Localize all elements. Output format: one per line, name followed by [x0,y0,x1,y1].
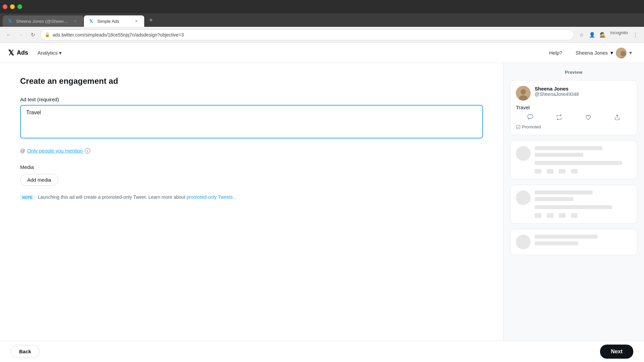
note-period: . [234,194,235,200]
skeleton-action-icon [547,169,553,174]
browser-toolbar: ← → ↻ 🔒 ads.twitter.com/simpleads/18ce55… [0,27,644,43]
tab-simple-ads[interactable]: 𝕏 Simple Ads ✕ [84,15,144,27]
media-label: Media [20,164,483,170]
lock-icon: 🔒 [45,32,50,37]
preview-card-header: Sheena Jones @SheenaJone49348 [516,86,632,101]
ad-text-group: Ad text (required) Travel [20,97,483,140]
skeleton-avatar-3 [516,235,531,249]
reload-button[interactable]: ↻ [28,30,38,40]
ad-text-label: Ad text (required) [20,97,483,102]
mention-info-icon[interactable]: i [85,148,90,154]
promoted-only-tweets-link[interactable]: promoted-only Tweets [187,194,233,200]
skeleton-action-icon [547,213,553,218]
skeleton-line [535,205,612,209]
help-link[interactable]: Help? [545,47,566,58]
menu-icon[interactable]: ⋮ [631,30,640,40]
skeleton-content-3 [535,235,632,248]
skeleton-line [535,190,593,194]
svg-rect-7 [517,125,520,129]
profile-icon[interactable]: 👤 [587,30,597,40]
skeleton-actions [535,213,632,218]
skeleton-card-2 [510,185,637,224]
preview-tweet-text: Travel [516,105,632,110]
promoted-icon [516,125,521,129]
user-chevron-icon: ▾ [610,50,613,56]
tab-sheena-jones[interactable]: 𝕏 Sheena Jones (@SheenaJone49... ✕ [3,15,83,27]
preview-user-info: Sheena Jones @SheenaJone49348 [535,86,632,97]
next-button[interactable]: Next [600,345,633,359]
tab-title-1: Sheena Jones (@SheenaJone49... [16,19,70,24]
ad-text-input[interactable]: Travel [20,105,483,138]
page-title: Create an engagement ad [20,76,483,86]
analytics-chevron-icon: ▾ [59,50,62,56]
svg-point-4 [521,89,526,95]
new-tab-button[interactable]: + [146,15,156,25]
skeleton-line [535,153,583,157]
mention-at-symbol: @ [20,148,25,154]
preview-card: Sheena Jones @SheenaJone49348 Travel [510,80,637,135]
skeleton-action-icon [559,213,566,218]
back-nav-button[interactable]: ← [4,30,13,40]
skeleton-line [535,235,598,239]
mention-row: @ Only people you mention i [20,148,483,154]
window-close-button[interactable] [3,4,7,9]
tab-favicon-x2: 𝕏 [89,18,95,24]
browser-titlebar [0,0,644,13]
back-button[interactable]: Back [11,345,40,358]
avatar [616,48,627,58]
reply-icon[interactable] [527,114,533,122]
footer: Back Next [0,341,644,362]
promoted-label: Promoted [522,124,541,129]
preview-avatar [516,86,531,101]
like-icon[interactable] [585,114,591,122]
retweet-icon[interactable] [556,114,562,122]
skeleton-avatar-1 [516,146,531,161]
media-group: Media Add media [20,164,483,186]
preview-area: Preview Sheena Jones @ [503,63,644,341]
tab-close-2[interactable]: ✕ [133,18,139,24]
browser-chrome: 𝕏 Sheena Jones (@SheenaJone49... ✕ 𝕏 Sim… [0,0,644,43]
skeleton-content-1 [535,146,632,174]
tab-favicon-x: 𝕏 [8,18,13,24]
skeleton-card-1 [510,140,637,179]
address-bar[interactable]: 🔒 ads.twitter.com/simpleads/18ce55njq7n/… [40,29,574,40]
address-text: ads.twitter.com/simpleads/18ce55njq7n/ad… [53,32,570,38]
preview-actions [516,114,632,122]
preview-handle: @SheenaJone49348 [535,92,632,97]
app-container: 𝕏 Ads Analytics ▾ Help? Sheena Jones ▾ ▾ [0,43,644,362]
toolbar-actions: ☆ 👤 🕵 Incognito ⋮ [577,30,640,40]
skeleton-actions [535,169,632,174]
note-text: Launching this ad will create a promoted… [38,194,186,200]
skeleton-content-2 [535,190,632,218]
skeleton-avatar-2 [516,190,531,205]
forward-nav-button[interactable]: → [16,30,25,40]
add-media-button[interactable]: Add media [20,174,58,186]
user-menu[interactable]: Sheena Jones ▾ ▾ [572,45,636,61]
incognito-label: Incognito [609,30,629,40]
window-minimize-button[interactable] [10,4,15,9]
tab-close-1[interactable]: ✕ [72,18,78,24]
x-logo-icon: 𝕏 [8,49,14,57]
skeleton-card-3 [510,229,637,255]
share-icon[interactable] [614,114,620,122]
bookmark-icon[interactable]: ☆ [577,30,586,40]
skeleton-action-icon [571,169,578,174]
mention-link[interactable]: Only people you mention [27,148,83,154]
form-area: Create an engagement ad Ad text (require… [0,63,503,341]
ads-label: Ads [17,49,28,56]
avatar-chevron-icon: ▾ [629,50,632,56]
note-badge: NOTE [20,195,35,200]
skeleton-line [535,197,574,201]
analytics-nav-button[interactable]: Analytics ▾ [34,47,66,59]
skeleton-line [535,146,602,150]
tabs-bar: 𝕏 Sheena Jones (@SheenaJone49... ✕ 𝕏 Sim… [0,13,644,27]
skeleton-action-icon [571,213,578,218]
note-row: NOTE Launching this ad will create a pro… [20,194,483,201]
skeleton-action-icon [535,213,541,218]
promoted-row: Promoted [516,124,632,129]
window-maximize-button[interactable] [17,4,22,9]
svg-point-1 [621,51,626,56]
tab-title-2: Simple Ads [97,19,131,24]
analytics-label: Analytics [38,50,58,56]
nav-logo[interactable]: 𝕏 Ads [8,49,28,57]
